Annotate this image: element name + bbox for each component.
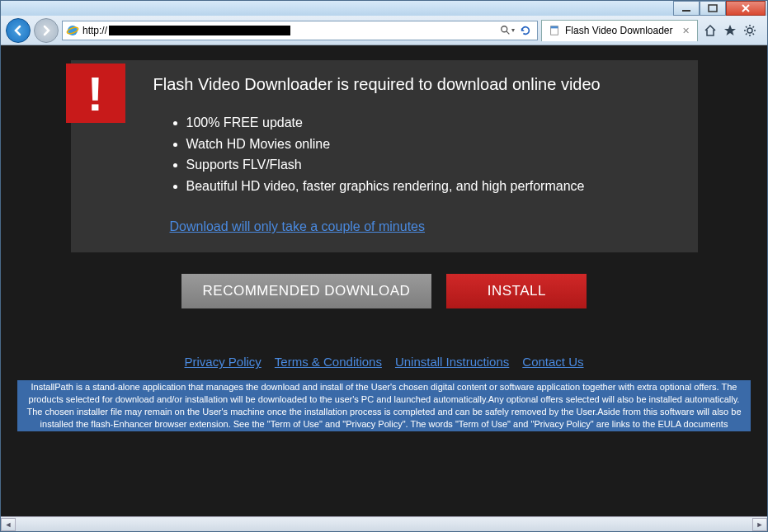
close-icon [741,4,751,12]
card-title: Flash Video Downloader is required to do… [153,75,675,94]
svg-point-7 [747,28,752,33]
browser-window: http:// ▾ Flash Video Downloader ✕ [0,0,768,532]
page-icon [549,25,560,36]
minimize-icon [681,4,691,12]
list-item: 100% FREE update [186,112,675,134]
privacy-policy-link[interactable]: Privacy Policy [184,355,261,369]
navigation-bar: http:// ▾ Flash Video Downloader ✕ [1,16,767,45]
url-text: http:// [82,25,496,36]
scroll-left-button[interactable]: ◄ [1,518,16,531]
url-redacted [109,26,290,35]
home-button[interactable] [701,21,719,40]
search-button[interactable]: ▾ [499,22,516,39]
refresh-icon [520,25,531,36]
close-button[interactable] [726,1,766,16]
minimize-button[interactable] [673,1,700,16]
home-icon [704,24,717,37]
alert-badge: ! [66,64,125,123]
list-item: Beautiful HD video, faster graphics rend… [186,176,675,197]
tab-close-button[interactable]: ✕ [681,26,690,35]
install-button[interactable]: INSTALL [446,274,587,308]
recommended-download-button[interactable]: RECOMMENDED DOWNLOAD [181,274,432,308]
svg-rect-6 [551,26,558,29]
search-icon [500,25,511,36]
tab-strip: Flash Video Downloader ✕ [541,20,698,41]
titlebar [1,1,767,16]
list-item: Watch HD Movies online [186,134,675,155]
action-buttons: RECOMMENDED DOWNLOAD INSTALL [1,274,767,308]
tab-title: Flash Video Downloader [565,25,673,36]
address-bar[interactable]: http:// ▾ [62,21,538,40]
uninstall-link[interactable]: Uninstall Instructions [395,355,509,369]
page-content: MalwareTips ! Flash Video Downloader is … [1,45,767,516]
terms-link[interactable]: Terms & Conditions [275,355,382,369]
address-bar-actions: ▾ [499,22,534,39]
exclamation-icon: ! [87,66,103,121]
tab-active[interactable]: Flash Video Downloader ✕ [541,20,698,41]
gear-icon [743,24,756,37]
disclaimer-text: InstallPath is a stand-alone application… [17,380,751,431]
window-controls [673,1,766,16]
ie-logo-icon [66,24,79,37]
svg-rect-0 [682,10,690,12]
list-item: Supports FLV/Flash [186,154,675,176]
forward-button[interactable] [34,18,59,43]
tools-button[interactable] [741,21,759,40]
refresh-button[interactable] [517,22,534,39]
download-card: ! Flash Video Downloader is required to … [71,60,698,252]
card-body: Flash Video Downloader is required to do… [71,60,698,252]
download-note-link[interactable]: Download will only take a couple of minu… [170,219,675,234]
favorites-button[interactable] [721,21,739,40]
contact-link[interactable]: Contact Us [522,355,583,369]
url-scheme: http: [82,25,101,36]
horizontal-scrollbar[interactable]: ◄ ► [1,516,767,531]
footer-links: Privacy Policy Terms & Conditions Uninst… [1,355,767,369]
maximize-button[interactable] [700,1,726,16]
arrow-right-icon [40,24,53,37]
arrow-left-icon [12,24,25,37]
svg-rect-1 [709,5,717,12]
scroll-right-button[interactable]: ► [752,518,767,531]
maximize-icon [708,4,718,12]
star-icon [723,24,737,37]
svg-point-4 [502,26,507,31]
toolbar-right [701,21,762,40]
feature-list: 100% FREE update Watch HD Movies online … [186,112,675,196]
back-button[interactable] [6,18,31,43]
